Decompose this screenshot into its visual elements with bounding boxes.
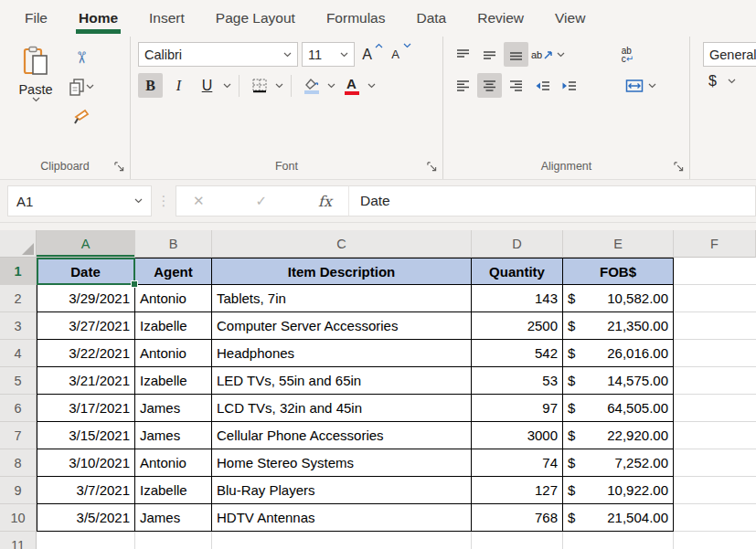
cell-A1[interactable]: Date [37, 258, 135, 285]
cell-E9[interactable]: $10,922.00 [563, 477, 674, 504]
select-all-button[interactable] [0, 230, 37, 258]
cell-A8[interactable]: 3/10/2021 [37, 449, 135, 477]
tab-insert[interactable]: Insert [133, 0, 200, 37]
cell-D2[interactable]: 143 [472, 285, 563, 312]
column-header-F[interactable]: F [674, 230, 756, 258]
font-color-dropdown-icon[interactable] [367, 83, 376, 89]
name-box-dropdown-icon[interactable] [134, 198, 143, 204]
cell-B2[interactable]: Antonio [135, 285, 212, 312]
cell-F5[interactable] [674, 367, 756, 395]
font-dialog-launcher-icon[interactable] [425, 160, 438, 173]
cell-E8[interactable]: $7,252.00 [563, 449, 674, 477]
cell-A6[interactable]: 3/17/2021 [37, 395, 135, 422]
formula-input[interactable]: Date [349, 185, 756, 216]
cell-F2[interactable] [674, 285, 756, 312]
cell-B11[interactable] [135, 532, 212, 549]
number-format-combo[interactable]: General [703, 42, 756, 67]
underline-dropdown-icon[interactable] [223, 83, 231, 89]
cell-A9[interactable]: 3/7/2021 [37, 477, 135, 504]
cell-D11[interactable] [472, 532, 563, 549]
clipboard-dialog-launcher-icon[interactable] [112, 160, 125, 173]
row-header-3[interactable]: 3 [0, 312, 37, 340]
cell-D3[interactable]: 2500 [472, 312, 563, 340]
cell-A11[interactable] [37, 532, 135, 549]
wrap-text-button[interactable]: ab c↵ [615, 42, 640, 67]
orientation-dropdown-icon[interactable] [557, 52, 565, 58]
cell-C6[interactable]: LCD TVs, 32in and 45in [212, 395, 472, 422]
cancel-button[interactable]: ✕ [193, 193, 205, 209]
format-painter-button[interactable] [68, 104, 94, 128]
cell-F1[interactable] [674, 258, 756, 285]
paste-button[interactable]: Paste [7, 42, 64, 153]
row-header-6[interactable]: 6 [0, 395, 37, 422]
cell-C11[interactable] [212, 532, 472, 549]
borders-button[interactable] [247, 73, 272, 98]
increase-indent-button[interactable] [557, 73, 581, 98]
insert-function-button[interactable]: fx [318, 193, 332, 210]
row-header-8[interactable]: 8 [0, 449, 37, 477]
cell-C9[interactable]: Blu-Ray Players [212, 477, 472, 504]
cell-D1[interactable]: Quantity [472, 258, 563, 285]
cell-F11[interactable] [674, 532, 756, 549]
align-left-button[interactable] [451, 73, 475, 98]
cell-E3[interactable]: $21,350.00 [563, 312, 674, 340]
cell-E1[interactable]: FOB$ [563, 258, 674, 285]
cell-D4[interactable]: 542 [472, 340, 563, 367]
cell-C2[interactable]: Tablets, 7in [212, 285, 472, 312]
row-header-10[interactable]: 10 [0, 504, 37, 532]
orientation-button[interactable]: ab [530, 42, 555, 67]
fill-handle[interactable] [131, 280, 138, 288]
italic-button[interactable]: I [166, 73, 191, 98]
cell-D6[interactable]: 97 [472, 395, 563, 422]
increase-font-size-button[interactable]: A [358, 42, 383, 67]
column-header-E[interactable]: E [563, 230, 674, 258]
cell-A10[interactable]: 3/5/2021 [37, 504, 135, 532]
cell-D10[interactable]: 768 [472, 504, 563, 532]
cell-F6[interactable] [674, 395, 756, 422]
cell-B10[interactable]: James [135, 504, 212, 532]
cell-F10[interactable] [674, 504, 756, 532]
row-header-5[interactable]: 5 [0, 367, 37, 395]
cell-F8[interactable] [674, 449, 756, 477]
tab-page-layout[interactable]: Page Layout [200, 0, 311, 37]
cell-B5[interactable]: Izabelle [135, 367, 212, 395]
cell-C8[interactable]: Home Stereo Systems [212, 449, 472, 477]
name-box[interactable]: A1 [7, 185, 152, 216]
column-header-D[interactable]: D [472, 230, 563, 258]
font-size-combo[interactable]: 11 [302, 42, 355, 67]
top-align-button[interactable] [451, 42, 475, 67]
merge-center-dropdown-icon[interactable] [648, 83, 656, 89]
cell-B1[interactable]: Agent [135, 258, 212, 285]
tab-home[interactable]: Home [63, 0, 133, 37]
accounting-format-dropdown-icon[interactable] [728, 79, 736, 84]
copy-button[interactable] [68, 75, 94, 99]
accounting-format-button[interactable]: $ [708, 73, 717, 90]
row-header-9[interactable]: 9 [0, 477, 37, 504]
cell-B7[interactable]: James [135, 422, 212, 449]
bold-button[interactable]: B [138, 73, 163, 98]
column-header-C[interactable]: C [212, 230, 472, 258]
row-header-7[interactable]: 7 [0, 422, 37, 449]
cell-C10[interactable]: HDTV Antennas [212, 504, 472, 532]
cell-F7[interactable] [674, 422, 756, 449]
merge-center-button[interactable] [622, 73, 646, 98]
font-color-button[interactable]: A [339, 73, 364, 98]
column-header-A[interactable]: A [37, 230, 135, 258]
fill-color-button[interactable] [299, 73, 324, 98]
tab-view[interactable]: View [539, 0, 601, 37]
cell-C1[interactable]: Item Description [212, 258, 472, 285]
row-header-4[interactable]: 4 [0, 340, 37, 367]
enter-button[interactable]: ✓ [256, 193, 268, 209]
cell-E4[interactable]: $26,016.00 [563, 340, 674, 367]
cut-button[interactable]: ✂ [68, 46, 94, 69]
borders-dropdown-icon[interactable] [275, 83, 283, 89]
middle-align-button[interactable] [477, 42, 502, 67]
align-center-button[interactable] [477, 73, 502, 98]
tab-formulas[interactable]: Formulas [311, 0, 401, 37]
paste-dropdown-icon[interactable] [32, 97, 40, 102]
cell-B9[interactable]: Izabelle [135, 477, 212, 504]
cell-B6[interactable]: James [135, 395, 212, 422]
tab-file[interactable]: File [9, 0, 63, 37]
cell-E6[interactable]: $64,505.00 [563, 395, 674, 422]
copy-dropdown-icon[interactable] [86, 84, 94, 90]
